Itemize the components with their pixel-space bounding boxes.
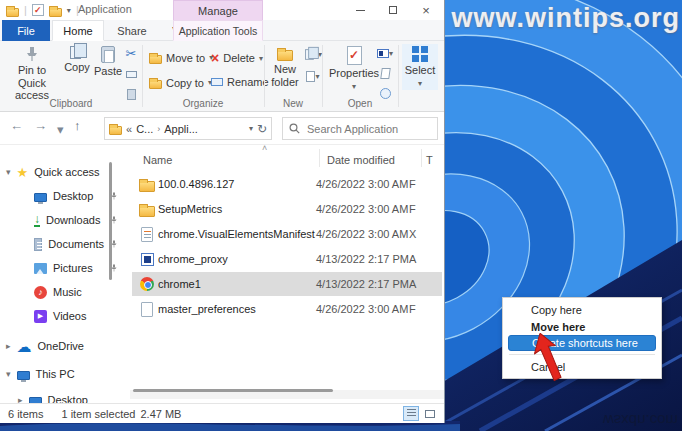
ribbon-group-open: ✓ Properties ▾ ▾ Open xyxy=(322,41,398,111)
paste-icon xyxy=(101,46,115,63)
file-row[interactable]: SetupMetrics 4/26/2022 3:00 AM F xyxy=(132,197,442,221)
copy-icon xyxy=(70,46,81,59)
file-row[interactable]: master_preferences 4/26/2022 3:00 AM F xyxy=(132,297,442,321)
copy-button[interactable]: Copy xyxy=(62,44,92,76)
manage-contextual-tab[interactable]: Manage xyxy=(173,0,263,20)
menu-item-copy-here[interactable]: Copy here xyxy=(503,301,661,318)
easy-access-icon xyxy=(306,71,315,82)
sidebar-item-music[interactable]: ♪ Music xyxy=(0,281,128,303)
details-view-button[interactable] xyxy=(403,406,419,421)
cloud-icon: ☁ xyxy=(17,339,32,354)
new-item-button[interactable]: ▾ xyxy=(304,46,322,63)
desktop-icon xyxy=(34,193,47,202)
divider: | xyxy=(24,4,27,16)
properties-quick-icon[interactable]: ✓ xyxy=(32,4,44,16)
main-area: ▾ ★ Quick access Desktop ↓ Downloads xyxy=(0,145,444,403)
ribbon-group-clipboard: Pin to Quick access Copy Paste ✂ Clipboa… xyxy=(0,41,142,111)
sidebar-scrollbar[interactable] xyxy=(109,162,112,280)
pictures-icon xyxy=(34,263,47,274)
tab-share[interactable]: Share xyxy=(106,20,158,41)
easy-access-button[interactable]: ▾ xyxy=(304,68,322,85)
chevron-down-icon[interactable]: ▾ xyxy=(6,369,11,379)
tab-home[interactable]: Home xyxy=(52,20,104,41)
window-title: Application xyxy=(78,3,132,15)
new-folder-button[interactable]: New folder xyxy=(266,44,304,90)
screenshot-root: | ✓ ▾ | Application Manage × File Home S… xyxy=(0,0,682,431)
paste-button[interactable]: Paste xyxy=(92,44,124,80)
breadcrumb-overflow[interactable]: « xyxy=(126,123,132,135)
folder-icon xyxy=(139,206,155,217)
open-button[interactable]: ▾ xyxy=(376,45,394,62)
cut-button[interactable]: ✂ xyxy=(122,45,140,62)
refresh-icon[interactable]: ↻ xyxy=(257,122,267,136)
minimize-button[interactable] xyxy=(345,0,375,20)
drag-context-menu: Copy here Move here Create shortcuts her… xyxy=(502,297,662,379)
open-window-icon xyxy=(377,49,389,58)
properties-button[interactable]: ✓ Properties ▾ xyxy=(330,44,378,93)
menu-item-create-shortcuts-here[interactable]: Create shortcuts here xyxy=(508,335,656,351)
breadcrumb[interactable]: « C... › Appli... ▾ ↻ xyxy=(104,117,272,140)
horizontal-scrollbar[interactable] xyxy=(130,390,444,399)
edit-button[interactable] xyxy=(376,65,394,82)
sidebar-item-onedrive[interactable]: ▸ ☁ OneDrive xyxy=(0,335,128,357)
folder-icon[interactable] xyxy=(6,8,19,17)
downloads-icon: ↓ xyxy=(34,213,40,227)
file-row-selected[interactable]: chrome1 4/13/2022 2:17 PM A xyxy=(132,272,442,296)
divider[interactable] xyxy=(319,149,320,167)
address-dropdown-chevron-icon[interactable]: ▾ xyxy=(249,124,253,133)
thumbnails-view-icon xyxy=(425,410,435,418)
recent-locations-chevron-icon[interactable]: ▾ xyxy=(57,122,64,137)
minimize-icon xyxy=(356,10,365,11)
group-label: Organize xyxy=(142,98,264,109)
items-count: 6 items xyxy=(8,408,43,420)
details-view-icon xyxy=(407,409,416,418)
this-pc-icon xyxy=(17,371,30,380)
search-box[interactable] xyxy=(282,117,438,140)
column-header-name[interactable]: Name xyxy=(143,150,172,170)
chevron-down-icon[interactable]: ▾ xyxy=(6,167,11,177)
file-explorer-window: | ✓ ▾ | Application Manage × File Home S… xyxy=(0,0,445,423)
close-button[interactable]: × xyxy=(411,0,441,20)
new-folder-quick-icon[interactable] xyxy=(49,8,62,17)
tab-application-tools[interactable]: Application Tools xyxy=(173,20,263,41)
forward-button[interactable]: → xyxy=(34,118,47,133)
group-label: New xyxy=(264,98,322,109)
search-input[interactable] xyxy=(305,122,431,136)
up-button[interactable]: ↑ xyxy=(74,118,81,133)
maximize-button[interactable] xyxy=(378,0,408,20)
ribbon-group-select: Select ▾ xyxy=(398,41,444,111)
menu-item-move-here[interactable]: Move here xyxy=(503,318,661,335)
new-folder-icon xyxy=(277,50,293,61)
location-folder-icon xyxy=(109,126,122,135)
copy-path-button[interactable] xyxy=(122,66,140,83)
copy-to-button[interactable]: Copy to▾ xyxy=(146,75,215,90)
qat-customize-chevron-icon[interactable]: ▾ xyxy=(67,6,71,15)
file-row[interactable]: chrome.VisualElementsManifest 4/26/2022 … xyxy=(132,222,442,246)
breadcrumb-folder[interactable]: Appli... xyxy=(164,123,198,135)
column-header-date-modified[interactable]: Date modified xyxy=(327,150,395,170)
sidebar-item-this-pc[interactable]: ▾ This PC xyxy=(0,363,128,385)
select-button[interactable]: Select ▾ xyxy=(402,44,438,90)
rename-button[interactable]: Rename xyxy=(208,75,272,89)
documents-icon xyxy=(34,238,42,251)
thumbnails-view-button[interactable] xyxy=(422,406,438,421)
move-to-button[interactable]: Move to▾ xyxy=(146,50,216,65)
menu-item-cancel[interactable]: Cancel xyxy=(503,358,661,375)
column-header-type[interactable]: T xyxy=(426,150,433,170)
delete-button[interactable]: × Delete▾ xyxy=(208,50,266,66)
file-row[interactable]: chrome_proxy 4/13/2022 2:17 PM A xyxy=(132,247,442,271)
scrollbar-thumb[interactable] xyxy=(133,389,333,392)
tab-file[interactable]: File xyxy=(2,20,50,41)
sidebar-item-videos[interactable]: ▶ Videos xyxy=(0,305,128,327)
pin-to-quick-access-button[interactable]: Pin to Quick access xyxy=(3,44,61,104)
pushpin-icon xyxy=(24,46,40,62)
file-row[interactable]: 100.0.4896.127 4/26/2022 3:00 AM F xyxy=(132,172,442,196)
divider xyxy=(509,354,655,355)
back-button[interactable]: ← xyxy=(10,118,23,133)
chrome-icon xyxy=(140,277,154,291)
breadcrumb-drive[interactable]: C... xyxy=(136,123,153,135)
new-item-icon xyxy=(305,49,314,59)
chevron-right-icon[interactable]: ▸ xyxy=(6,341,11,351)
divider[interactable] xyxy=(421,149,422,167)
ribbon-group-organize: Move to▾ Copy to▾ × Delete▾ Rename Organ… xyxy=(142,41,264,111)
